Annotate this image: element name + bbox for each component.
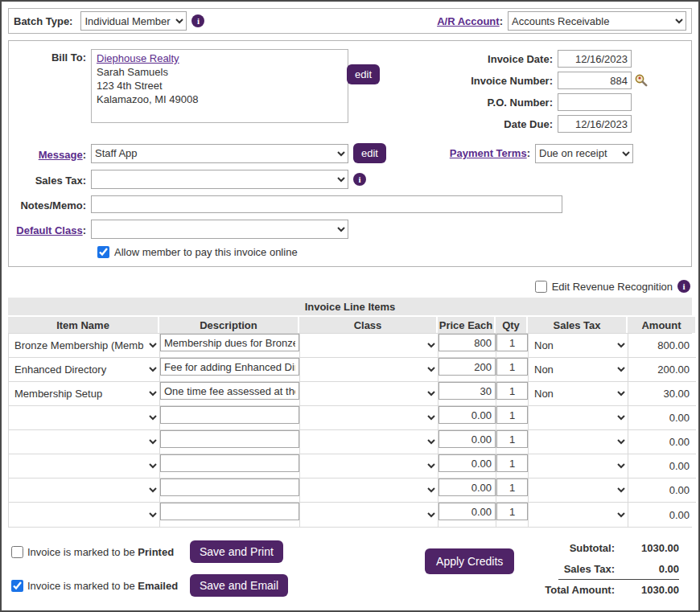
- bill-to-box: Diephouse Realty Sarah Samuels 123 4th S…: [91, 49, 348, 123]
- qty-input[interactable]: [496, 334, 528, 351]
- save-and-print-button[interactable]: Save and Print: [190, 540, 283, 563]
- item-name-select[interactable]: [9, 479, 159, 502]
- payment-terms-field: Payment Terms: Due on receipt: [450, 144, 633, 163]
- message-edit-button[interactable]: edit: [353, 143, 386, 163]
- bill-to-edit-button[interactable]: edit: [347, 64, 380, 84]
- batch-type-info-icon[interactable]: i: [191, 14, 204, 27]
- date-due-label: Date Due:: [504, 118, 553, 130]
- class-select[interactable]: [300, 454, 438, 478]
- ar-account-link[interactable]: A/R Account: [437, 15, 500, 27]
- row-sales-tax-select[interactable]: Non: [529, 358, 628, 381]
- sales-tax-total-value: 0.00: [623, 563, 679, 575]
- bill-to-contact: Sarah Samuels: [97, 65, 343, 79]
- col-price-each: Price Each: [438, 315, 496, 333]
- class-select[interactable]: [300, 334, 438, 357]
- emailed-bold: Emailed: [138, 580, 178, 592]
- bill-to-company-link[interactable]: Diephouse Realty: [97, 51, 343, 65]
- description-input[interactable]: [160, 334, 299, 351]
- row-sales-tax-select[interactable]: [529, 454, 628, 478]
- item-name-select[interactable]: [9, 503, 159, 527]
- qty-input[interactable]: [496, 358, 528, 376]
- notes-input[interactable]: [91, 195, 562, 213]
- description-input[interactable]: [160, 503, 299, 520]
- sales-tax-select[interactable]: [91, 170, 348, 189]
- payment-terms-select[interactable]: Due on receipt: [535, 144, 633, 163]
- line-item-row: Bronze Membership (Memb Non 800.00: [9, 334, 691, 358]
- item-name-select[interactable]: [9, 406, 159, 429]
- item-name-select[interactable]: Bronze Membership (Memb: [9, 334, 159, 357]
- item-name-select[interactable]: [9, 454, 159, 478]
- price-each-input[interactable]: [439, 430, 496, 448]
- printed-checkbox[interactable]: [11, 546, 23, 558]
- po-number-input[interactable]: [558, 93, 632, 111]
- qty-input[interactable]: [496, 382, 528, 400]
- message-select[interactable]: Staff App: [91, 144, 348, 163]
- revenue-recognition-info-icon[interactable]: i: [677, 280, 690, 293]
- item-name-select[interactable]: [9, 430, 159, 454]
- class-select[interactable]: [300, 503, 438, 527]
- item-name-select[interactable]: Enhanced Directory: [9, 358, 159, 381]
- printed-bold: Printed: [138, 546, 174, 558]
- class-select[interactable]: [300, 406, 438, 429]
- payment-terms-link[interactable]: Payment Terms: [450, 147, 527, 159]
- description-input[interactable]: [160, 454, 299, 472]
- sales-tax-info-icon[interactable]: i: [353, 173, 366, 186]
- item-name-select[interactable]: Membership Setup: [9, 382, 159, 405]
- qty-input[interactable]: [496, 479, 528, 496]
- row-sales-tax-select[interactable]: [529, 430, 628, 454]
- batch-type-select[interactable]: Individual Member: [80, 11, 187, 31]
- po-number-label: P.O. Number:: [488, 97, 553, 109]
- qty-input[interactable]: [496, 430, 528, 448]
- price-each-input[interactable]: [439, 358, 496, 376]
- default-class-row: Default Class:: [9, 220, 691, 239]
- qty-input[interactable]: [496, 406, 528, 424]
- class-select[interactable]: [300, 479, 438, 502]
- notes-row: Notes/Memo:: [9, 195, 691, 213]
- row-sales-tax-select[interactable]: [529, 406, 628, 429]
- save-and-email-button[interactable]: Save and Email: [190, 574, 288, 597]
- ar-account-select[interactable]: Accounts Receivable: [508, 11, 686, 31]
- qty-input[interactable]: [496, 454, 528, 472]
- class-select[interactable]: [300, 382, 438, 405]
- default-class-select[interactable]: [91, 220, 348, 239]
- emailed-checkbox[interactable]: [11, 580, 23, 592]
- price-each-input[interactable]: [439, 479, 496, 496]
- row-sales-tax-select[interactable]: [529, 479, 628, 502]
- printed-option: Invoice is marked to be Printed: [11, 546, 190, 558]
- price-each-input[interactable]: [439, 503, 496, 520]
- pay-online-checkbox[interactable]: [97, 246, 109, 258]
- price-each-input[interactable]: [439, 406, 496, 424]
- line-item-row: 0.00: [9, 430, 691, 454]
- description-input[interactable]: [160, 430, 299, 448]
- description-input[interactable]: [160, 358, 299, 376]
- class-select[interactable]: [300, 358, 438, 381]
- price-each-input[interactable]: [439, 382, 496, 400]
- sales-tax-row: Sales Tax: i: [9, 170, 691, 189]
- invoice-meta-fields: Invoice Date: Invoice Number:: [471, 49, 651, 133]
- line-item-row: 0.00: [9, 454, 691, 479]
- description-input[interactable]: [160, 479, 299, 496]
- row-sales-tax-select[interactable]: [529, 503, 628, 527]
- invoice-number-input[interactable]: [558, 72, 632, 89]
- price-each-input[interactable]: [439, 334, 496, 351]
- class-select[interactable]: [300, 430, 438, 454]
- bill-to-field: Bill To: Diephouse Realty Sarah Samuels …: [9, 49, 348, 133]
- price-each-input[interactable]: [439, 454, 496, 472]
- description-input[interactable]: [160, 382, 299, 400]
- top-bar: Batch Type: Individual Member i A/R Acco…: [8, 8, 692, 34]
- row-sales-tax-select[interactable]: Non: [529, 382, 628, 405]
- date-due-input[interactable]: [558, 115, 632, 133]
- line-item-row: Membership Setup Non 30.00: [9, 382, 691, 406]
- default-class-link[interactable]: Default Class: [16, 224, 82, 236]
- amount-value: 0.00: [628, 454, 696, 479]
- revenue-recognition-checkbox[interactable]: [535, 281, 547, 293]
- description-input[interactable]: [160, 406, 299, 424]
- message-link[interactable]: Message: [39, 149, 83, 161]
- apply-credits-button[interactable]: Apply Credits: [425, 548, 514, 574]
- invoice-date-input[interactable]: [558, 50, 632, 68]
- row-sales-tax-select[interactable]: Non: [529, 334, 628, 357]
- qty-input[interactable]: [496, 503, 528, 520]
- pay-online-label: Allow member to pay this invoice online: [114, 246, 298, 258]
- po-number-field: P.O. Number:: [471, 92, 651, 112]
- invoice-number-lookup-icon[interactable]: [634, 73, 649, 88]
